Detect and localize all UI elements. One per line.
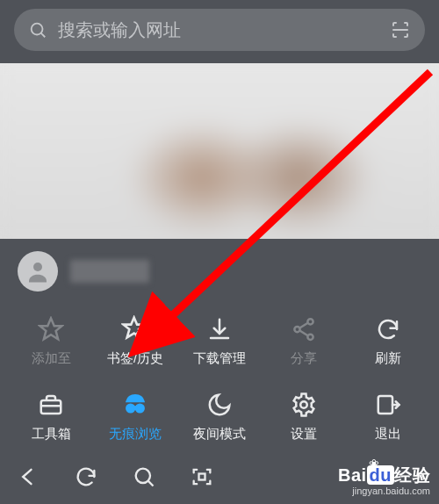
- moon-icon: [204, 389, 235, 421]
- menu-share: 分享: [262, 302, 346, 378]
- search-placeholder: 搜索或输入网址: [58, 18, 379, 42]
- menu-grid: 添加至 书签/历史 下载管理 分享 刷新 工具箱: [0, 297, 439, 453]
- menu-label: 夜间模式: [193, 426, 246, 443]
- menu-label: 工具箱: [32, 426, 71, 443]
- menu-label: 刷新: [375, 350, 401, 367]
- exit-icon: [372, 389, 404, 421]
- menu-bookmarks-history[interactable]: 书签/历史: [93, 302, 177, 378]
- watermark-url: jingyan.baidu.com: [338, 486, 430, 497]
- watermark-brand-left: Bai: [338, 465, 367, 485]
- svg-point-19: [136, 469, 150, 483]
- menu-label: 书签/历史: [107, 350, 163, 367]
- profile-row[interactable]: [0, 239, 439, 297]
- avatar: [18, 251, 58, 292]
- menu-label: 分享: [291, 350, 317, 367]
- share-icon: [288, 313, 320, 345]
- search-icon: [28, 20, 47, 40]
- menu-label: 添加至: [32, 350, 71, 367]
- svg-marker-4: [40, 318, 62, 339]
- svg-line-11: [299, 330, 308, 335]
- svg-point-0: [32, 24, 43, 35]
- star-clock-icon: [119, 313, 151, 345]
- reload-button[interactable]: [74, 464, 98, 489]
- svg-rect-21: [199, 474, 205, 480]
- username-redacted: [70, 260, 149, 283]
- svg-line-10: [299, 322, 308, 328]
- menu-label: 设置: [291, 426, 317, 443]
- menu-downloads[interactable]: 下载管理: [177, 302, 262, 378]
- svg-line-1: [41, 33, 46, 38]
- incognito-icon: [119, 389, 151, 421]
- refresh-icon: [372, 313, 404, 345]
- menu-toolbox[interactable]: 工具箱: [9, 378, 93, 453]
- watermark-brand-right: 经验: [394, 465, 430, 485]
- svg-rect-16: [134, 407, 137, 408]
- toolbox-icon: [35, 389, 67, 421]
- download-icon: [204, 313, 235, 345]
- scan-button[interactable]: [190, 464, 214, 489]
- svg-line-20: [148, 481, 154, 486]
- scan-icon[interactable]: [390, 19, 411, 40]
- paw-icon: ❀: [369, 457, 379, 471]
- menu-label: 无痕浏览: [109, 426, 162, 443]
- gear-icon: [288, 389, 320, 421]
- menu-add-to: 添加至: [9, 302, 93, 378]
- svg-point-3: [33, 263, 42, 271]
- content-preview: [0, 63, 439, 239]
- search-button[interactable]: [132, 464, 156, 489]
- search-bar[interactable]: 搜索或输入网址: [14, 9, 425, 51]
- menu-exit[interactable]: 退出: [346, 378, 430, 453]
- menu-label: 下载管理: [193, 350, 246, 367]
- menu-refresh[interactable]: 刷新: [346, 302, 430, 378]
- menu-settings[interactable]: 设置: [262, 378, 346, 453]
- watermark: ❀ Baidu经验 jingyan.baidu.com: [338, 466, 430, 497]
- back-button[interactable]: [16, 464, 40, 489]
- menu-label: 退出: [375, 426, 401, 443]
- svg-point-17: [300, 401, 307, 408]
- svg-rect-18: [378, 396, 392, 414]
- menu-incognito[interactable]: 无痕浏览: [93, 378, 177, 453]
- menu-night-mode[interactable]: 夜间模式: [177, 378, 262, 453]
- star-icon: [35, 313, 67, 345]
